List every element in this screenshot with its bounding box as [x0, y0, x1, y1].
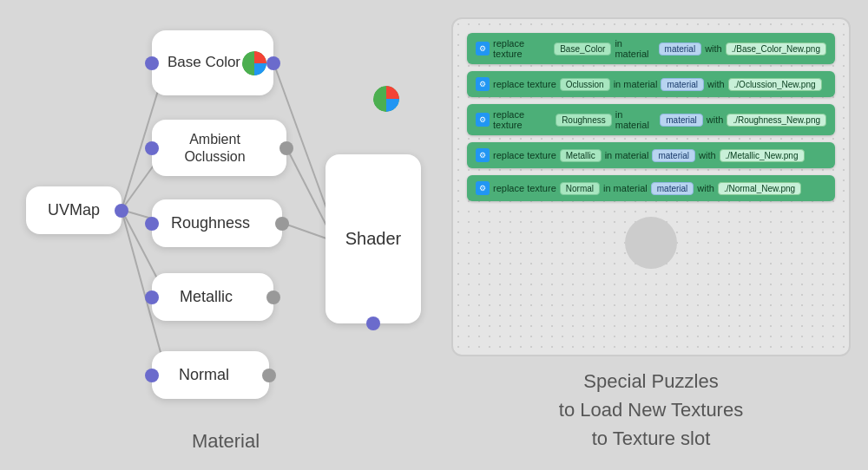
- puzzle-area: ⚙ replace texture Base_Color in material…: [451, 17, 851, 356]
- metallic-input-dot: [145, 290, 159, 304]
- puzzle-icon-3: ⚙: [476, 113, 490, 127]
- shader-label: Shader: [345, 229, 402, 249]
- basecolor-label: Base Color: [168, 54, 240, 71]
- puzzle-chip-material-4: material: [652, 149, 695, 162]
- puzzle-static1-2: replace texture: [493, 79, 556, 89]
- ambient-label: Ambient Oclussion: [161, 131, 269, 164]
- roughness-label: Roughness: [171, 214, 250, 232]
- puzzle-chip-path-5: ./Normal_New.png: [718, 182, 801, 195]
- puzzle-static1-1: replace texture: [493, 38, 550, 59]
- shader-color-indicator: [373, 86, 399, 112]
- puzzle-static3-1: with: [705, 43, 722, 54]
- basecolor-input-dot: [145, 56, 159, 70]
- puzzle-static1-3: replace texture: [493, 109, 552, 130]
- left-panel: UVMap Base Color: [17, 17, 434, 453]
- graph-area: UVMap Base Color: [17, 17, 434, 423]
- uvmap-label: UVMap: [48, 201, 100, 219]
- ambient-input-dot: [145, 141, 159, 155]
- shader-output-dot: [366, 317, 380, 330]
- puzzle-chip-texture-1: Base_Color: [554, 42, 611, 55]
- puzzle-icon-1: ⚙: [476, 42, 490, 55]
- puzzle-icon-2: ⚙: [476, 77, 490, 91]
- puzzle-chip-texture-5: Normal: [560, 182, 600, 195]
- puzzle-static3-4: with: [699, 150, 716, 160]
- puzzle-chip-texture-4: Metallic: [560, 149, 602, 162]
- puzzle-row-5: ⚙ replace texture Normal in material mat…: [467, 175, 835, 201]
- puzzle-row-2: ⚙ replace texture Oclussion in material …: [467, 71, 835, 97]
- puzzle-static2-2: in material: [614, 79, 658, 89]
- node-normal: Normal: [152, 351, 269, 399]
- puzzle-icon-4: ⚙: [476, 148, 490, 162]
- puzzle-chip-path-2: ./Oclussion_New.png: [728, 78, 822, 91]
- puzzle-row-1: ⚙ replace texture Base_Color in material…: [467, 33, 835, 64]
- color-wheel-basecolor: [242, 51, 266, 75]
- puzzle-chip-texture-2: Oclussion: [560, 78, 610, 91]
- metallic-output-dot: [266, 290, 280, 304]
- puzzle-static1-5: replace texture: [493, 183, 556, 193]
- puzzle-static3-5: with: [697, 183, 714, 193]
- uvmap-output-dot: [115, 204, 128, 218]
- normal-output-dot: [262, 369, 276, 382]
- puzzle-chip-material-5: material: [651, 182, 694, 195]
- decoration-circle: [625, 217, 677, 269]
- special-puzzles-label: Special Puzzlesto Load New Texturesto Te…: [451, 367, 851, 453]
- normal-label: Normal: [179, 366, 229, 384]
- puzzle-static2-1: in material: [615, 38, 654, 59]
- puzzle-chip-texture-3: Roughness: [556, 114, 612, 127]
- roughness-output-dot: [275, 217, 289, 231]
- right-panel: ⚙ replace texture Base_Color in material…: [451, 17, 851, 453]
- node-metallic: Metallic: [152, 273, 273, 321]
- roughness-input-dot: [145, 217, 159, 231]
- puzzle-chip-path-3: ./Roughness_New.png: [727, 114, 826, 127]
- node-basecolor: Base Color: [152, 30, 273, 95]
- puzzle-chip-path-4: ./Metallic_New.png: [720, 149, 805, 162]
- puzzle-row-4: ⚙ replace texture Metallic in material m…: [467, 142, 835, 168]
- metallic-label: Metallic: [180, 288, 233, 306]
- main-container: UVMap Base Color: [0, 0, 868, 470]
- puzzle-chip-material-3: material: [660, 114, 703, 127]
- node-shader: Shader: [326, 154, 421, 323]
- puzzle-static2-3: in material: [615, 109, 657, 130]
- normal-input-dot: [145, 369, 159, 382]
- puzzle-chip-path-1: ./Base_Color_New.png: [726, 42, 826, 55]
- ambient-output-dot: [279, 141, 293, 155]
- puzzle-icon-5: ⚙: [476, 181, 490, 195]
- svg-line-6: [286, 147, 326, 225]
- material-label: Material: [192, 430, 260, 453]
- puzzle-static3-3: with: [707, 114, 724, 125]
- puzzle-chip-material-1: material: [659, 42, 702, 55]
- basecolor-output-dot: [266, 56, 280, 70]
- puzzle-static2-4: in material: [605, 150, 649, 160]
- node-roughness: Roughness: [152, 199, 282, 247]
- puzzle-chip-material-2: material: [661, 78, 704, 91]
- puzzle-static3-2: with: [707, 79, 725, 89]
- node-uvmap: UVMap: [26, 186, 122, 234]
- puzzle-static2-5: in material: [603, 183, 648, 193]
- puzzle-static1-4: replace texture: [493, 150, 556, 160]
- node-ambient: Ambient Oclussion: [152, 120, 286, 176]
- puzzle-row-3: ⚙ replace texture Roughness in material …: [467, 104, 835, 135]
